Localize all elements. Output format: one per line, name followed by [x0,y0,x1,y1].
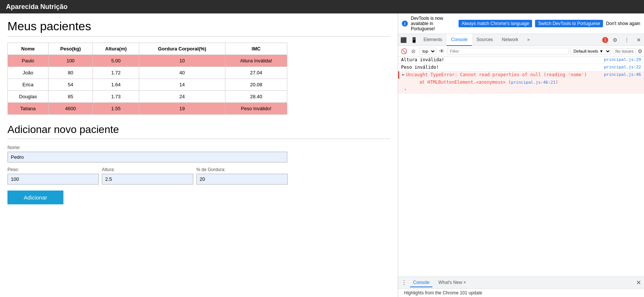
dont-show-button[interactable]: Don't show again [606,21,640,26]
gordura-col: % de Gordura: [196,167,288,185]
peso-col: Peso: [7,167,99,185]
table-cell: 1.55 [93,103,139,115]
form-section: Nome: Peso: Altura: % de Gordura: Adicio… [7,145,390,204]
devtools-right-icons: 1 ⚙ ⋮ ✕ [602,34,644,46]
gordura-label: % de Gordura: [196,167,288,172]
settings-icon[interactable]: ⚙ [610,34,620,46]
peso-label: Peso: [7,167,99,172]
table-cell: Douglas [8,91,49,103]
switch-portuguese-button[interactable]: Switch DevTools to Portuguese [535,20,603,27]
table-cell: 1.73 [93,91,139,103]
console-link-3[interactable]: principal.js:46 [604,72,641,77]
top-bar: Aparecida Nutrição [0,0,644,13]
main-layout: Meus pacientes Nome Peso(kg) Altura(m) G… [0,13,644,297]
levels-selector[interactable]: Default levels ▼ [570,48,611,55]
table-cell: Altura Inválida! [225,55,287,67]
console-msg-1: Altura inválida! [401,57,604,62]
table-cell: 10 [139,55,225,67]
table-row: Erica541.641420.08 [8,79,287,91]
whats-new-text: Highlights from the Chrome 101 update [404,290,482,296]
collapse-icon[interactable]: › [404,87,407,92]
more-options-icon[interactable]: ⋮ [622,34,632,46]
table-cell: 20.08 [225,79,287,91]
tab-more[interactable]: » [523,34,534,46]
tab-network[interactable]: Network [497,34,523,46]
section-title: Adicionar novo paciente [7,124,390,136]
divider-2 [7,139,390,139]
console-line-4: at HTMLButtonElement.<anonymous> (princi… [398,79,644,86]
table-cell: Erica [8,79,49,91]
table-row: João801.724027.04 [8,67,287,79]
table-cell: Paulo [8,55,49,67]
table-cell: 80 [48,67,93,79]
no-issues-badge: No Issues [613,48,636,54]
preserve-log-button[interactable]: ⊘ [409,47,418,55]
console-msg-4: at HTMLButtonElement.<anonymous> (princi… [409,80,641,85]
col-header-altura: Altura(m) [93,43,139,55]
table-cell: 40 [139,67,225,79]
devtools-bottom-bar: ⋮ Console What's New × ✕ [398,276,644,288]
tab-elements[interactable]: Elements [419,34,447,46]
gordura-input[interactable] [196,174,288,185]
altura-col: Altura: [102,167,193,185]
device-icon[interactable]: 📱 [409,34,419,46]
page-title: Meus pacientes [7,19,390,33]
table-cell: Tatiana [8,103,49,115]
table-row: Douglas851.732428.40 [8,91,287,103]
match-language-button[interactable]: Always match Chrome's language [459,20,532,27]
page-content: Meus pacientes Nome Peso(kg) Altura(m) G… [0,13,398,297]
console-msg-3: Uncaught TypeError: Cannot read properti… [406,72,604,77]
patients-table: Nome Peso(kg) Altura(m) Gordura Corporal… [7,43,287,115]
console-settings-icon[interactable]: ⚙ [638,48,643,54]
console-expand-arrow: › [398,86,644,94]
table-cell: 100 [48,55,93,67]
table-cell: 5.00 [93,55,139,67]
context-selector[interactable]: top [419,48,436,55]
console-msg-2: Peso inválido! [401,65,604,70]
table-cell: 54 [48,79,93,91]
error-badge: 1 [602,37,608,43]
nome-label: Nome: [7,145,390,150]
table-cell: 19 [139,103,225,115]
patients-tbody: Paulo1005.0010Altura Inválida!João801.72… [8,55,287,115]
table-cell: 14 [139,79,225,91]
console-link-1[interactable]: principal.js:29 [604,57,641,62]
table-cell: 85 [48,91,93,103]
tab-console[interactable]: Console [447,34,472,46]
filter-input[interactable] [447,48,569,55]
col-header-imc: IMC [225,43,287,55]
form-row-fields: Peso: Altura: % de Gordura: [7,167,390,185]
table-cell: João [8,67,49,79]
expand-icon[interactable]: ► [402,72,405,77]
table-cell: 28.40 [225,91,287,103]
table-cell: 1.72 [93,67,139,79]
console-link-2[interactable]: principal.js:22 [604,65,641,69]
console-line-2: Peso inválido! principal.js:22 [398,64,644,71]
console-link-4[interactable]: principal.js:46:21 [511,80,556,85]
altura-input[interactable] [102,174,193,185]
col-header-gordura: Gordura Corporal(%) [139,43,225,55]
info-icon: i [402,21,408,27]
console-toolbar: 🚫 ⊘ top 👁 Default levels ▼ No Issues ⚙ [398,46,644,56]
console-line-3: ► Uncaught TypeError: Cannot read proper… [398,71,644,79]
bottom-tab-whats-new[interactable]: What's New × [435,278,469,287]
devtools-notification: i DevTools is now available in Portugues… [398,13,644,34]
eye-icon[interactable]: 👁 [438,47,446,55]
close-devtools-icon[interactable]: ✕ [634,34,644,46]
tab-sources[interactable]: Sources [472,34,497,46]
table-row: Paulo1005.0010Altura Inválida! [8,55,287,67]
whats-new-bar: Highlights from the Chrome 101 update [398,288,644,297]
devtools-tabs-bar: ⬛ 📱 Elements Console Sources Network » 1… [398,34,644,46]
peso-input[interactable] [7,174,99,185]
inspect-icon[interactable]: ⬛ [398,34,409,46]
devtools-panel: i DevTools is now available in Portugues… [398,13,644,297]
nome-input[interactable] [7,152,287,163]
console-line-1: Altura inválida! principal.js:29 [398,56,644,64]
bottom-menu-icon[interactable]: ⋮ [401,279,407,286]
adicionar-button[interactable]: Adicionar [7,191,63,204]
bottom-tab-console[interactable]: Console [410,278,432,287]
close-bottom-icon[interactable]: ✕ [636,279,641,286]
app-title: Aparecida Nutrição [6,3,68,11]
table-cell: 4600 [48,103,93,115]
clear-console-button[interactable]: 🚫 [400,47,408,55]
